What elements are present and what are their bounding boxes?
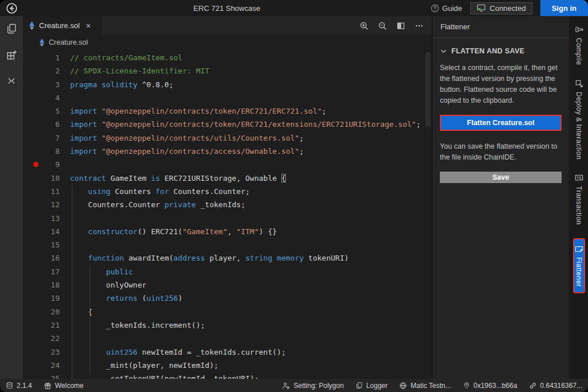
code-text: { [60,305,92,319]
code-line[interactable]: 14 constructor() ERC721("GameItem", "ITM… [23,225,432,238]
line-number[interactable]: 1 [23,51,60,64]
line-number[interactable]: 2 [23,64,60,77]
line-number[interactable]: 8 [23,145,60,158]
balance-item[interactable]: 0.64316367... [529,382,582,390]
collapse-icon[interactable] [6,76,17,86]
more-actions-icon[interactable] [415,21,424,30]
code-line[interactable]: 3pragma solidity ^0.8.0; [23,78,432,91]
code-line[interactable]: 25 _setTokenURI(newItemId, tokenURI); [23,372,432,379]
code-text: contract GameItem is ERC721URIStorage, O… [60,172,286,185]
line-number[interactable]: 15 [23,238,60,251]
line-number[interactable]: 18 [23,278,60,292]
wallet-address-item[interactable]: 0x1963...b66a [463,382,517,390]
tab-compile[interactable]: Compile [575,25,583,65]
tab-creature-sol[interactable]: Creature.sol × [23,16,102,35]
code-text: Counters.Counter private _tokenIds; [60,198,245,211]
guide-button[interactable]: Guide [431,4,462,13]
zoom-out-icon[interactable] [378,21,387,30]
code-text: import "@openzeppelin/contracts/access/O… [60,145,304,158]
code-text: _tokenIds.increment(); [60,319,205,332]
line-number[interactable]: 6 [23,118,60,131]
flask-icon [575,25,583,34]
code-line[interactable]: 16 function awardItem(address player, st… [23,251,432,265]
section-flatten-and-save[interactable]: FLATTEN AND SAVE [440,47,562,55]
activity-bar [0,16,23,379]
code-line[interactable]: 20 { [23,305,432,319]
tab-transaction[interactable]: Transaction [575,173,583,225]
flatten-button[interactable]: Flatten Creature.sol [440,115,562,131]
save-button[interactable]: Save [440,172,562,183]
code-line[interactable]: 12 Counters.Counter private _tokenIds; [23,198,432,211]
line-number[interactable]: 13 [23,212,60,225]
code-line[interactable]: 1// contracts/GameItem.sol [23,51,432,64]
back-button[interactable] [0,3,23,14]
welcome-item[interactable]: Welcome [44,382,84,390]
line-number[interactable]: 7 [23,131,60,145]
code-editor[interactable]: 1// contracts/GameItem.sol2// SPDX-Licen… [23,50,432,379]
code-line[interactable]: 10contract GameItem is ERC721URIStorage,… [23,172,432,185]
titlebar: ERC 721 Showcase Guide Connected [0,0,588,16]
line-number[interactable]: 22 [23,332,60,345]
tab-deploy-interaction[interactable]: Deploy & Interaction [575,79,583,160]
line-number[interactable]: 24 [23,359,60,372]
line-number[interactable]: 9 [23,158,60,171]
connected-button[interactable]: Connected [470,2,532,14]
guide-label: Guide [442,4,462,13]
back-circle-icon [6,3,17,14]
code-text: import "@openzeppelin/contracts/token/ER… [60,104,326,118]
line-number[interactable]: 11 [23,185,60,198]
close-icon[interactable]: × [86,21,91,30]
setting-chain-item[interactable]: Setting: Polygon [282,382,343,390]
code-text: function awardItem(address player, strin… [60,251,349,265]
code-line[interactable]: 17 public [23,265,432,278]
line-number[interactable]: 19 [23,292,60,305]
breakpoint-dot[interactable] [33,162,38,167]
files-icon[interactable] [6,23,17,34]
breadcrumb-file: Creature.sol [49,38,88,46]
editor-scrollbar[interactable] [425,52,431,127]
code-line[interactable]: 9 [23,158,432,171]
code-text: import "@openzeppelin/contracts/token/ER… [60,118,421,131]
line-number[interactable]: 10 [23,172,60,185]
code-line[interactable]: 22 [23,332,432,345]
line-number[interactable]: 21 [23,319,60,332]
code-line[interactable]: 11 using Counters for Counters.Counter; [23,185,432,198]
line-number[interactable]: 25 [23,372,60,379]
code-line[interactable]: 6import "@openzeppelin/contracts/token/E… [23,118,432,131]
line-number[interactable]: 16 [23,251,60,265]
breadcrumb[interactable]: Creature.sol [23,35,432,50]
split-editor-icon[interactable] [396,21,405,30]
tab-flattener[interactable]: Flattener [573,238,585,293]
code-line[interactable]: 21 _tokenIds.increment(); [23,319,432,332]
zoom-in-icon[interactable] [359,21,369,30]
sign-in-button[interactable]: Sign in [540,0,588,16]
line-number[interactable]: 12 [23,198,60,211]
line-number[interactable]: 5 [23,104,60,118]
code-line[interactable]: 4 [23,91,432,104]
line-number[interactable]: 20 [23,305,60,319]
line-number[interactable]: 17 [23,265,60,278]
grid-add-icon[interactable] [6,49,17,61]
line-number[interactable]: 14 [23,225,60,238]
code-line[interactable]: 7import "@openzeppelin/contracts/utils/C… [23,131,432,145]
code-line[interactable]: 18 onlyOwner [23,278,432,292]
code-line[interactable]: 13 [23,212,432,225]
line-number[interactable]: 4 [23,91,60,104]
logger-item[interactable]: Logger [355,382,388,390]
line-number[interactable]: 23 [23,346,60,359]
connected-label: Connected [490,4,526,13]
line-number[interactable]: 3 [23,78,60,91]
network-item[interactable]: Matic Testn... [399,382,451,390]
code-text [60,158,70,171]
code-line[interactable]: 24 _mint(player, newItemId); [23,359,432,372]
code-line[interactable]: 8import "@openzeppelin/contracts/access/… [23,145,432,158]
solidity-file-icon [29,21,35,30]
version-indicator[interactable]: 2.1.4 [6,382,32,390]
code-line[interactable]: 2// SPDX-License-Identifier: MIT [23,64,432,77]
save-hint: You can save the flattened version to th… [440,141,562,163]
code-line[interactable]: 19 returns (uint256) [23,292,432,305]
code-text: constructor() ERC721("GameItem", "ITM") … [60,225,277,238]
code-line[interactable]: 5import "@openzeppelin/contracts/token/E… [23,104,432,118]
code-line[interactable]: 23 uint256 newItemId = _tokenIds.current… [23,346,432,359]
code-line[interactable]: 15 [23,238,432,251]
